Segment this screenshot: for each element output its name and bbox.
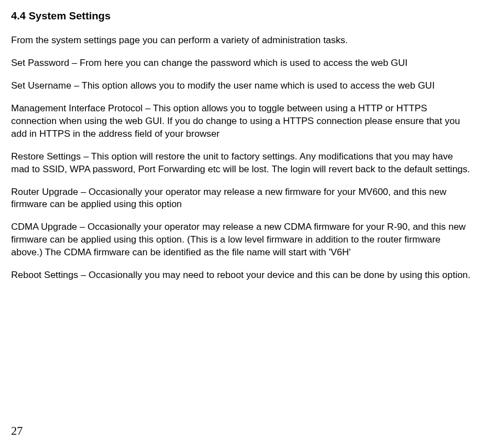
paragraph-intro: From the system settings page you can pe… <box>11 34 471 47</box>
paragraph-management-interface: Management Interface Protocol – This opt… <box>11 102 471 141</box>
paragraph-set-username: Set Username – This option allows you to… <box>11 80 471 92</box>
paragraph-reboot-settings: Reboot Settings – Occasionally you may n… <box>11 269 471 282</box>
content-body: From the system settings page you can pe… <box>11 34 474 282</box>
section-heading: 4.4 System Settings <box>11 10 474 22</box>
paragraph-set-password: Set Password – From here you can change … <box>11 57 471 70</box>
page-number: 27 <box>11 424 23 438</box>
paragraph-cdma-upgrade: CDMA Upgrade – Occasionally your operato… <box>11 221 471 259</box>
paragraph-router-upgrade: Router Upgrade – Occasionally your opera… <box>11 186 471 212</box>
paragraph-restore-settings: Restore Settings – This option will rest… <box>11 151 471 176</box>
